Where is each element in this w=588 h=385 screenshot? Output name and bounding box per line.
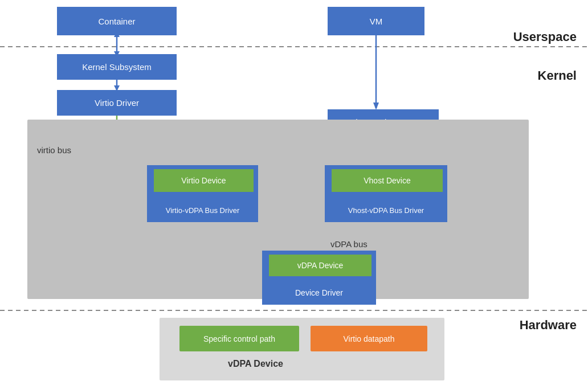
hardware-label: Hardware bbox=[520, 318, 577, 333]
vdpa-bus-label: vDPA bus bbox=[330, 239, 368, 249]
device-driver-label: Device Driver bbox=[263, 282, 375, 304]
vhost-vdpa-group: Vhost Device Vhost-vDPA Bus Driver bbox=[325, 165, 447, 222]
vdpa-device-group: vDPA Device Device Driver bbox=[262, 251, 376, 305]
vdpa-device-hw-label: vDPA Device bbox=[228, 359, 283, 369]
specific-control-path-box: Specific control path bbox=[179, 326, 299, 351]
diagram: Userspace Kernel Hardware Container VM K… bbox=[0, 0, 588, 385]
virtio-vdpa-bus-driver-label: Virtio-vDPA Bus Driver bbox=[148, 199, 257, 221]
userspace-label: Userspace bbox=[513, 30, 577, 44]
vhost-vdpa-bus-driver-label: Vhost-vDPA Bus Driver bbox=[326, 199, 446, 221]
virtio-driver-box: Virtio Driver bbox=[57, 90, 177, 116]
kernel-subsystem-box: Kernel Subsystem bbox=[57, 54, 177, 80]
container-box: Container bbox=[57, 7, 177, 35]
virtio-bus-label: virtio bus bbox=[37, 145, 71, 155]
virtio-vdpa-group: Virtio Device Virtio-vDPA Bus Driver bbox=[147, 165, 258, 222]
virtio-datapath-box: Virtio datapath bbox=[311, 326, 427, 351]
vdpa-device-box: vDPA Device bbox=[269, 255, 371, 276]
kernel-label: Kernel bbox=[538, 68, 577, 83]
virtio-device-box: Virtio Device bbox=[154, 169, 254, 192]
vm-box: VM bbox=[328, 7, 424, 35]
vhost-device-box: Vhost Device bbox=[332, 169, 443, 192]
